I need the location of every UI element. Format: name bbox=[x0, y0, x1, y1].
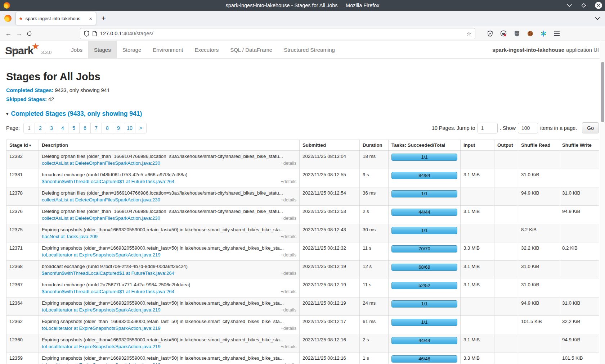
browser-tab[interactable]: ★ spark-ingest-into-lakehous × bbox=[16, 12, 96, 25]
stage-callsite-link[interactable]: toLocalIterator at ExpireSnapshotsSparkA… bbox=[42, 362, 161, 364]
column-header-tasks-succeeded-total[interactable]: Tasks: Succeeded/Total bbox=[389, 140, 461, 151]
tasks-progress-label: 84/84 bbox=[418, 173, 430, 178]
firefox-view-icon[interactable] bbox=[4, 15, 12, 22]
stage-callsite-link[interactable]: collectAsList at DeleteOrphanFilesSparkA… bbox=[42, 215, 160, 221]
page-button-9[interactable]: 9 bbox=[113, 123, 124, 133]
reload-icon[interactable] bbox=[27, 31, 37, 36]
stage-id-cell: 12364 bbox=[6, 297, 39, 316]
scrollbar-thumb[interactable] bbox=[601, 62, 604, 122]
apache-label: APACHE bbox=[10, 45, 23, 55]
spark-nav-item-environment[interactable]: Environment bbox=[147, 41, 189, 58]
page-scrollbar[interactable] bbox=[600, 41, 605, 364]
pocket-shield-check-icon[interactable] bbox=[487, 30, 493, 37]
stage-callsite-link[interactable]: $anonfun$withThreadLocalCaptured$1 at Fu… bbox=[42, 289, 174, 294]
cookie-icon[interactable] bbox=[527, 30, 533, 37]
column-header-output[interactable]: Output bbox=[494, 140, 518, 151]
go-button[interactable]: Go bbox=[582, 122, 599, 133]
spark-logo[interactable]: APACHESpark★ 3.3.0 bbox=[0, 41, 55, 58]
tasks-cell: 44/44 bbox=[389, 334, 461, 352]
forward-button[interactable]: → bbox=[14, 30, 24, 37]
details-toggle[interactable]: +details bbox=[281, 344, 296, 349]
close-icon[interactable] bbox=[595, 2, 602, 9]
tab-close-icon[interactable]: × bbox=[88, 15, 93, 22]
details-toggle[interactable]: +details bbox=[281, 326, 296, 331]
column-header-shuffle-read[interactable]: Shuffle Read bbox=[518, 140, 559, 151]
stage-callsite-link[interactable]: $anonfun$withThreadLocalCaptured$1 at Fu… bbox=[42, 270, 174, 276]
details-toggle[interactable]: +details bbox=[281, 197, 296, 203]
spark-nav-item-jobs[interactable]: Jobs bbox=[65, 41, 88, 58]
details-toggle[interactable]: +details bbox=[281, 179, 296, 184]
privacy-mask-icon[interactable] bbox=[500, 30, 507, 37]
description-cell: Deleting orphan files (older_than=166910… bbox=[39, 151, 300, 169]
page-button-10[interactable]: 10 bbox=[124, 123, 135, 133]
spark-nav-item-storage[interactable]: Storage bbox=[117, 41, 147, 58]
url-bar[interactable]: 127.0.0.1:4040/stages/ ☆ bbox=[80, 28, 475, 39]
stage-id-cell: 12368 bbox=[6, 261, 39, 279]
stage-callsite-link[interactable]: toLocalIterator at ExpireSnapshotsSparkA… bbox=[42, 326, 161, 331]
skipped-stages-link[interactable]: Skipped Stages: bbox=[6, 96, 47, 102]
page-button-8[interactable]: 8 bbox=[102, 123, 113, 133]
next-page-button[interactable]: > bbox=[135, 123, 146, 133]
menu-hamburger-icon[interactable] bbox=[554, 30, 560, 37]
spark-nav-item-executors[interactable]: Executors bbox=[189, 41, 224, 58]
page-button-4[interactable]: 4 bbox=[57, 123, 68, 133]
description-cell: Expiring snapshots (older_than=166932055… bbox=[39, 297, 300, 316]
stage-callsite-link[interactable]: $anonfun$withThreadLocalCaptured$1 at Fu… bbox=[42, 179, 174, 184]
details-toggle[interactable]: +details bbox=[281, 289, 296, 294]
stage-callsite-link[interactable]: collectAsList at DeleteOrphanFilesSparkA… bbox=[42, 160, 160, 166]
column-header-description[interactable]: Description bbox=[39, 140, 300, 151]
details-toggle[interactable]: +details bbox=[281, 271, 296, 276]
tasks-cell: 1/1 bbox=[389, 187, 461, 206]
spark-nav-item-structured-streaming[interactable]: Structured Streaming bbox=[278, 41, 341, 58]
description-cell: Expiring snapshots (older_than=166932055… bbox=[39, 334, 300, 352]
minimize-icon[interactable] bbox=[566, 2, 573, 9]
stage-callsite-link[interactable]: toLocalIterator at ExpireSnapshotsSparkA… bbox=[42, 252, 161, 258]
items-per-page-input[interactable] bbox=[518, 123, 538, 133]
ublock-shield-icon[interactable]: UO bbox=[514, 30, 520, 37]
details-toggle[interactable]: +details bbox=[281, 234, 296, 239]
back-button[interactable]: ← bbox=[3, 30, 14, 37]
spark-nav-item-stages[interactable]: Stages bbox=[88, 41, 117, 58]
jump-to-page-input[interactable] bbox=[478, 123, 498, 133]
details-toggle[interactable]: +details bbox=[281, 252, 296, 258]
table-row: 12362 Expiring snapshots (older_than=166… bbox=[6, 316, 599, 334]
list-tabs-chevron-icon[interactable] bbox=[595, 17, 600, 20]
shuffle-write-cell: 8.2 KiB bbox=[559, 242, 599, 261]
bookmark-star-icon[interactable]: ☆ bbox=[466, 30, 471, 37]
page-info-icon[interactable] bbox=[93, 31, 97, 36]
stage-description: broadcast exchange (runId 97bdf70e-2f28-… bbox=[42, 264, 296, 269]
tasks-progress-bar: 70/70 bbox=[391, 245, 457, 252]
tasks-progress-label: 68/68 bbox=[418, 264, 430, 270]
spark-nav-item-sql-dataframe[interactable]: SQL / DataFrame bbox=[224, 41, 278, 58]
details-toggle[interactable]: +details bbox=[281, 161, 296, 166]
page-button-5[interactable]: 5 bbox=[68, 123, 79, 133]
tasks-cell: 1/1 bbox=[389, 151, 461, 169]
stage-callsite-link[interactable]: collectAsList at DeleteOrphanFilesSparkA… bbox=[42, 197, 160, 203]
column-header-shuffle-write[interactable]: Shuffle Write bbox=[559, 140, 599, 151]
column-header-input[interactable]: Input bbox=[461, 140, 494, 151]
url-host: 127.0.0.1 bbox=[100, 31, 122, 36]
stage-callsite-link[interactable]: hasNext at Tasks.java:209 bbox=[42, 234, 98, 239]
page-button-7[interactable]: 7 bbox=[91, 123, 102, 133]
column-header-submitted[interactable]: Submitted bbox=[300, 140, 360, 151]
colorful-asterisk-icon[interactable] bbox=[540, 30, 547, 37]
stage-id-cell: 12375 bbox=[6, 224, 39, 242]
completed-stages-link[interactable]: Completed Stages: bbox=[6, 87, 53, 93]
details-toggle[interactable]: +details bbox=[281, 308, 296, 313]
new-tab-button[interactable]: + bbox=[102, 14, 106, 23]
page-button-1[interactable]: 1 bbox=[24, 123, 35, 133]
shuffle-read-cell: 8.2 KiB bbox=[518, 224, 559, 242]
column-header-duration[interactable]: Duration bbox=[360, 140, 389, 151]
column-label: Stage Id bbox=[9, 142, 28, 148]
page-button-3[interactable]: 3 bbox=[46, 123, 57, 133]
tracking-shield-icon[interactable] bbox=[84, 31, 89, 37]
stage-callsite-link[interactable]: toLocalIterator at ExpireSnapshotsSparkA… bbox=[42, 344, 161, 349]
completed-stages-section-toggle[interactable]: ▾ Completed Stages (9433, only showing 9… bbox=[6, 110, 599, 118]
maximize-icon[interactable] bbox=[581, 2, 587, 9]
page-button-2[interactable]: 2 bbox=[35, 123, 46, 133]
page-button-6[interactable]: 6 bbox=[80, 123, 90, 133]
stage-callsite-link[interactable]: toLocalIterator at ExpireSnapshotsSparkA… bbox=[42, 307, 161, 313]
column-header-stage-id[interactable]: Stage Id▾ bbox=[6, 140, 39, 151]
details-toggle[interactable]: +details bbox=[281, 363, 296, 364]
details-toggle[interactable]: +details bbox=[281, 216, 296, 221]
